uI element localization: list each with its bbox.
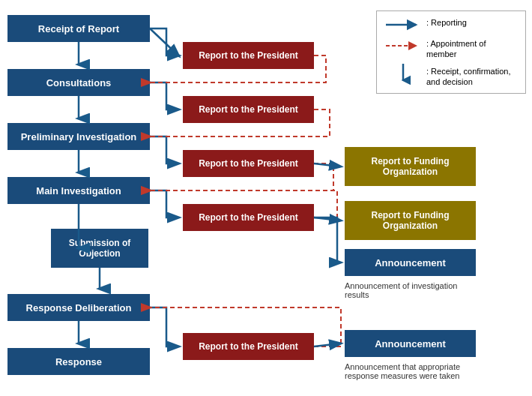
report-president-5-box: Report to the President <box>183 333 314 360</box>
receipt-arrow-icon <box>396 62 411 85</box>
svg-line-6 <box>314 218 340 220</box>
svg-line-4 <box>150 28 178 56</box>
report-president-1-box: Report to the President <box>183 42 314 69</box>
receipt-box: Receipt of Report <box>7 15 150 42</box>
response-deliberation-box: Response Deliberation <box>7 294 150 321</box>
main-box: Main Investigation <box>7 177 150 204</box>
diagram-container: Receipt of Report Consultations Prelimin… <box>0 0 532 396</box>
appointment-arrow-icon <box>384 38 422 53</box>
report-funding-1-box: Report to Funding Organization <box>345 147 476 186</box>
legend-receipt: : Receipt, confirmation, and decision <box>384 66 518 88</box>
preliminary-box: Preliminary Investigation <box>7 123 150 150</box>
svg-line-5 <box>314 164 340 166</box>
announce-text-1: Announcement of investigation results <box>345 281 476 299</box>
report-president-3-box: Report to the President <box>183 150 314 177</box>
announcement-2-box: Announcement <box>345 330 476 357</box>
svg-line-7 <box>314 344 340 346</box>
report-president-4-box: Report to the President <box>183 204 314 231</box>
reporting-arrow-icon <box>384 17 422 32</box>
legend-appointment: : Appointment of member <box>384 38 518 60</box>
report-president-2-box: Report to the President <box>183 96 314 123</box>
report-funding-2-box: Report to Funding Organization <box>345 201 476 240</box>
legend: : Reporting : Appointment of member <box>376 10 526 94</box>
announcement-1-box: Announcement <box>345 249 476 276</box>
response-box: Response <box>7 348 150 375</box>
submission-box: Submission of Objection <box>51 229 148 268</box>
consultations-box: Consultations <box>7 69 150 96</box>
legend-reporting: : Reporting <box>384 17 518 32</box>
announce-text-2: Announcement that appropriate response m… <box>345 362 476 380</box>
